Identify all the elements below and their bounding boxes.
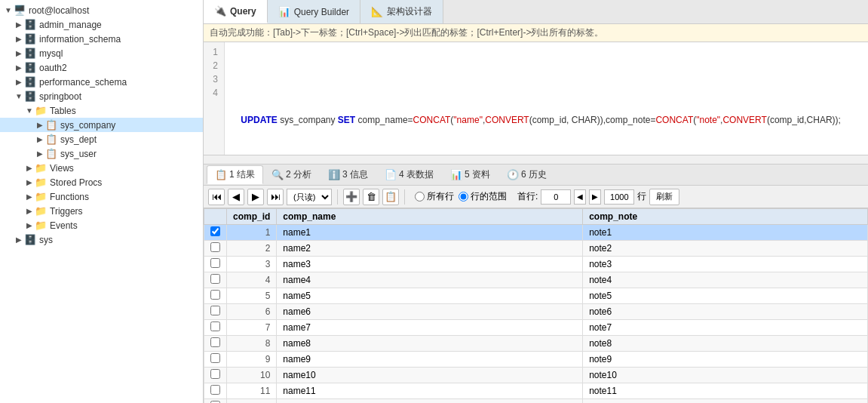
row-checkbox[interactable] bbox=[210, 337, 220, 347]
sidebar-item-sys[interactable]: ▶ 🗄️ sys bbox=[0, 232, 203, 247]
table-row[interactable]: 11name11note11 bbox=[204, 383, 868, 399]
label-stored_procs: Stored Procs bbox=[50, 177, 102, 188]
sidebar-item-sys_company[interactable]: ▶ 📋 sys_company bbox=[0, 118, 203, 132]
toolbar-btn-5[interactable]: ➕ bbox=[343, 189, 360, 205]
editor-area[interactable]: 1 2 3 4 UPDATE sys_company SET comp_name… bbox=[204, 42, 868, 155]
sidebar-item-sys_user[interactable]: ▶ 📋 sys_user bbox=[0, 146, 203, 161]
result-tab-data[interactable]: 📊 5 资料 bbox=[442, 165, 498, 184]
toggle-root[interactable]: ▼ bbox=[3, 6, 14, 14]
row-checkbox[interactable] bbox=[210, 258, 220, 268]
toggle-sys_company[interactable]: ▶ bbox=[35, 121, 45, 129]
label-views: Views bbox=[50, 163, 74, 174]
table-row[interactable]: 7name7note7 bbox=[204, 320, 868, 336]
row-checkbox[interactable] bbox=[210, 385, 220, 395]
toolbar-btn-2[interactable]: ◀ bbox=[228, 189, 244, 205]
col-header-comp_note[interactable]: comp_note bbox=[583, 209, 868, 225]
cell-comp_name: name6 bbox=[277, 304, 583, 320]
table-row[interactable]: 4name4note4 bbox=[204, 272, 868, 288]
toolbar-btn-6[interactable]: 🗑 bbox=[363, 189, 379, 205]
sidebar-item-triggers[interactable]: ▶ 📁 Triggers bbox=[0, 204, 203, 218]
sidebar-item-views[interactable]: ▶ 📁 Views bbox=[0, 161, 203, 175]
table-row[interactable]: 3name3note3 bbox=[204, 257, 868, 272]
row-checkbox[interactable] bbox=[210, 274, 220, 284]
table-row[interactable]: 1name1note1 bbox=[204, 225, 868, 241]
result-tab-tabledata[interactable]: 📄 4 表数据 bbox=[376, 165, 442, 184]
table-row[interactable]: 10name10note10 bbox=[204, 368, 868, 383]
folder-icon-5: 📁 bbox=[35, 205, 47, 217]
toggle-sys_user[interactable]: ▶ bbox=[35, 149, 45, 158]
col-header-comp_id[interactable]: comp_id bbox=[227, 209, 277, 225]
row-checkbox[interactable] bbox=[210, 242, 220, 252]
toggle-info[interactable]: ▶ bbox=[14, 35, 24, 43]
sidebar-item-mysql[interactable]: ▶ 🗄️ mysql bbox=[0, 46, 203, 60]
result-tab-results[interactable]: 📋 1 结果 bbox=[207, 165, 263, 184]
sidebar-item-admin_manage[interactable]: ▶ 🗄️ admin_manage bbox=[0, 17, 203, 32]
toolbar-btn-3[interactable]: ▶ bbox=[247, 189, 264, 205]
sidebar-item-information_schema[interactable]: ▶ 🗄️ information_schema bbox=[0, 32, 203, 46]
nav-prev-btn[interactable]: ◀ bbox=[574, 189, 586, 205]
toggle-admin[interactable]: ▶ bbox=[14, 20, 24, 29]
tab-query[interactable]: 🔌 Query bbox=[204, 0, 268, 23]
sidebar-item-root[interactable]: ▼ 🖥️ root@localhost bbox=[0, 3, 203, 17]
table-row[interactable]: 9name9note9 bbox=[204, 352, 868, 368]
refresh-button[interactable]: 刷新 bbox=[649, 189, 679, 205]
toggle-perf[interactable]: ▶ bbox=[14, 78, 24, 86]
table-row[interactable]: 6name6note6 bbox=[204, 304, 868, 320]
rows-input[interactable] bbox=[604, 189, 634, 205]
row-checkbox[interactable] bbox=[210, 321, 220, 331]
toolbar-btn-7[interactable]: 📋 bbox=[382, 189, 399, 205]
row-checkbox[interactable] bbox=[210, 226, 220, 236]
sidebar-item-performance_schema[interactable]: ▶ 🗄️ performance_schema bbox=[0, 75, 203, 89]
sidebar-item-springboot[interactable]: ▼ 🗄️ springboot bbox=[0, 89, 203, 103]
table-row[interactable]: 12name12note12 bbox=[204, 399, 868, 404]
tab-query-builder[interactable]: 📊 Query Builder bbox=[268, 0, 360, 23]
toggle-mysql[interactable]: ▶ bbox=[14, 49, 24, 57]
sidebar-item-events[interactable]: ▶ 📁 Events bbox=[0, 218, 203, 232]
row-checkbox[interactable] bbox=[210, 306, 220, 315]
result-tab-info[interactable]: ℹ️ 3 信息 bbox=[320, 165, 376, 184]
folder-icon-4: 📁 bbox=[35, 191, 47, 202]
toggle-sys_dept[interactable]: ▶ bbox=[35, 135, 45, 143]
mode-select[interactable]: (只读) 读写 只读 bbox=[287, 189, 332, 205]
radio-range-label[interactable]: 行的范围 bbox=[459, 190, 507, 203]
row-checkbox[interactable] bbox=[210, 369, 220, 379]
toggle-events[interactable]: ▶ bbox=[24, 221, 35, 229]
data-table-container[interactable]: comp_id comp_name comp_note 1name1note12… bbox=[204, 208, 868, 403]
result-tab-analysis[interactable]: 🔍 2 分析 bbox=[263, 165, 320, 184]
sidebar-item-sys_dept[interactable]: ▶ 📋 sys_dept bbox=[0, 132, 203, 146]
nav-next-btn[interactable]: ▶ bbox=[589, 189, 601, 205]
cell-comp_id: 4 bbox=[227, 272, 277, 288]
radio-range[interactable] bbox=[459, 192, 468, 202]
arch-tab-icon: 📐 bbox=[371, 6, 383, 17]
toggle-tables[interactable]: ▼ bbox=[24, 106, 35, 115]
cell-comp_note: note2 bbox=[583, 241, 868, 257]
radio-all-label[interactable]: 所有行 bbox=[415, 190, 454, 203]
toggle-oauth2[interactable]: ▶ bbox=[14, 63, 24, 72]
cell-comp_id: 10 bbox=[227, 368, 277, 383]
toggle-sys[interactable]: ▶ bbox=[14, 235, 24, 244]
table-row[interactable]: 5name5note5 bbox=[204, 288, 868, 304]
sidebar-item-functions[interactable]: ▶ 📁 Functions bbox=[0, 189, 203, 204]
toggle-springboot[interactable]: ▼ bbox=[14, 92, 24, 100]
toggle-stored_procs[interactable]: ▶ bbox=[24, 178, 35, 186]
analysis-tab-label: 2 分析 bbox=[286, 168, 311, 181]
toolbar-btn-1[interactable]: ⏮ bbox=[208, 189, 225, 205]
toolbar-btn-4[interactable]: ⏭ bbox=[267, 189, 284, 205]
table-row[interactable]: 8name8note8 bbox=[204, 336, 868, 352]
col-header-comp_name[interactable]: comp_name bbox=[277, 209, 583, 225]
sidebar-item-stored_procs[interactable]: ▶ 📁 Stored Procs bbox=[0, 175, 203, 189]
radio-all[interactable] bbox=[415, 192, 425, 202]
row-checkbox[interactable] bbox=[210, 290, 220, 300]
sidebar-item-oauth2[interactable]: ▶ 🗄️ oauth2 bbox=[0, 60, 203, 75]
toggle-triggers[interactable]: ▶ bbox=[24, 207, 35, 215]
result-tab-history[interactable]: 🕐 6 历史 bbox=[498, 165, 555, 184]
tab-arch-designer[interactable]: 📐 架构设计器 bbox=[360, 0, 443, 23]
row-checkbox[interactable] bbox=[210, 353, 220, 363]
sidebar-item-tables[interactable]: ▼ 📁 Tables bbox=[0, 103, 203, 118]
editor-scrollbar[interactable] bbox=[204, 155, 868, 165]
toggle-views[interactable]: ▶ bbox=[24, 164, 35, 172]
toggle-functions[interactable]: ▶ bbox=[24, 192, 35, 201]
table-row[interactable]: 2name2note2 bbox=[204, 241, 868, 257]
startrow-input[interactable] bbox=[541, 189, 571, 205]
code-editor[interactable]: UPDATE sys_company SET comp_name=CONCAT(… bbox=[225, 42, 868, 155]
